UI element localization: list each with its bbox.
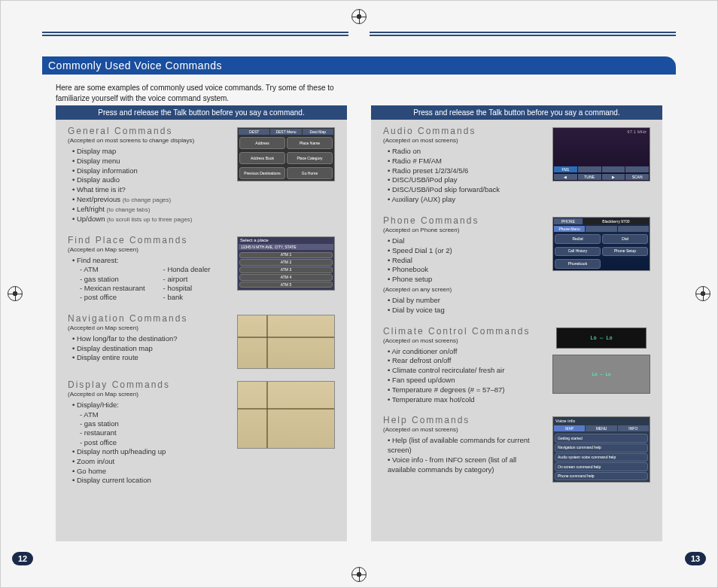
display-title: Display Commands <box>68 379 230 390</box>
climate-thumbnail: Lo — Lo Lo — Lo <box>552 328 650 395</box>
audio-thumbnail: 97.1 MHz FM1 ◀TUNE▶SCAN <box>552 127 650 181</box>
list-item: Display current location <box>72 476 230 486</box>
page-number-right: 13 <box>685 552 706 565</box>
list-item: Help (list of available commands for cur… <box>388 436 545 455</box>
general-title: General Commands <box>68 126 230 136</box>
list-item: DISC/USB/iPod skip forward/back <box>388 185 545 195</box>
talk-instruction: Press and release the Talk button before… <box>371 105 662 120</box>
list-item: Display map <box>72 147 230 157</box>
list-item: Display menu <box>72 157 230 166</box>
section-help: Help Commands (Accepted on most screens)… <box>383 415 650 483</box>
phone-subtitle2: (Accepted on any screen) <box>383 286 545 293</box>
registration-mark-icon <box>351 567 367 582</box>
registration-mark-icon <box>351 9 367 24</box>
list-item: Mexican restaurant <box>80 284 145 293</box>
list-item: DISC/USB/iPod play <box>388 175 545 185</box>
list-item: post office <box>80 438 230 447</box>
find-subtitle: (Accepted on Map screen) <box>68 246 230 253</box>
registration-mark-icon <box>8 286 23 301</box>
section-audio: Audio Commands (Accepted on most screens… <box>383 126 650 205</box>
right-column: Press and release the Talk button before… <box>371 105 662 541</box>
left-column: Press and release the Talk button before… <box>56 105 347 541</box>
list-item: Temperature max hot/cold <box>388 395 545 405</box>
header-rule <box>42 32 676 36</box>
list-item: Display information <box>72 166 230 176</box>
display-subtitle: (Accepted on Map screen) <box>68 391 230 398</box>
list-item: Zoom in/out <box>72 457 230 467</box>
nav-thumbnail <box>237 315 335 369</box>
section-tab: Commonly Used Voice Commands <box>42 56 676 75</box>
list-item: hospital <box>163 284 211 293</box>
intro-text: Here are some examples of commonly used … <box>56 83 357 103</box>
list-item: Up/down (to scroll lists up to three pag… <box>72 215 230 224</box>
general-subtitle: (Accepted on most screens to change disp… <box>68 137 230 144</box>
list-item: Auxiliary (AUX) play <box>388 195 545 205</box>
list-item: restaurant <box>80 428 230 437</box>
list-item: Go home <box>72 467 230 477</box>
list-item: Dial <box>388 236 545 246</box>
help-title: Help Commands <box>383 415 545 425</box>
list-item: Redial <box>388 256 545 266</box>
list-item: Climate control recirculate/ fresh air <box>388 366 545 376</box>
list-item: Honda dealer <box>163 265 211 274</box>
general-items: Display map Display menu Display informa… <box>68 147 230 224</box>
page-number-left: 12 <box>12 552 33 565</box>
nav-title: Navigation Commands <box>68 313 230 324</box>
list-item: Dial by number <box>388 296 545 306</box>
list-item: post office <box>80 293 145 302</box>
list-item: Radio on <box>388 147 545 157</box>
list-item: Display destination map <box>72 344 230 354</box>
nav-subtitle: (Accepted on Map screen) <box>68 324 230 331</box>
find-title: Find Place Commands <box>68 235 230 245</box>
list-item: Phonebook <box>388 265 545 275</box>
list-item: Radio preset 1/2/3/4/5/6 <box>388 166 545 176</box>
section-display: Display Commands (Accepted on Map screen… <box>68 379 335 486</box>
audio-subtitle: (Accepted on most screens) <box>383 137 545 144</box>
find-thumbnail: Select a place 12345 N MTH AVE, CITY, ST… <box>237 236 335 291</box>
list-item: ATM <box>80 410 230 419</box>
help-subtitle: (Accepted on most screens) <box>383 426 545 433</box>
list-item: How long/far to the destination? <box>72 334 230 344</box>
content-columns: Press and release the Talk button before… <box>56 105 662 541</box>
list-item: Display north up/heading up <box>72 447 230 457</box>
list-item: Left/right (to change tabs) <box>72 205 230 215</box>
list-item: Radio # FM/AM <box>388 157 545 166</box>
list-item: Fan speed up/down <box>388 376 545 385</box>
list-item: Speed Dial 1 (or 2) <box>388 246 545 256</box>
list-item: gas station <box>80 275 145 284</box>
section-phone: Phone Commands (Accepted on Phone screen… <box>383 215 650 315</box>
list-item: Display audio <box>72 175 230 185</box>
list-item: Display/Hide: ATM gas station restaurant… <box>72 401 230 447</box>
section-climate: Climate Control Commands (Accepted on mo… <box>383 326 650 405</box>
list-item: ATM <box>80 265 145 274</box>
list-item: Phone setup <box>388 275 545 285</box>
help-thumbnail: Voice info MAPMENUINFO Getting started N… <box>552 416 650 483</box>
list-item: Voice info - from INFO screen (list of a… <box>388 455 545 475</box>
list-item: Next/previous (to change pages) <box>72 195 230 205</box>
general-thumbnail: DESTDEST MenuDest Map AddressPlace Name … <box>237 127 335 181</box>
climate-title: Climate Control Commands <box>383 326 545 337</box>
list-item: Air conditioner on/off <box>388 347 545 357</box>
list-item: airport <box>163 275 211 284</box>
list-item: Display entire route <box>72 353 230 363</box>
section-navigation: Navigation Commands (Accepted on Map scr… <box>68 313 335 369</box>
list-item: gas station <box>80 419 230 428</box>
registration-mark-icon <box>695 286 710 301</box>
list-item: bank <box>163 293 211 302</box>
phone-title: Phone Commands <box>383 215 545 226</box>
talk-instruction: Press and release the Talk button before… <box>56 105 347 120</box>
list-item: Dial by voice tag <box>388 306 545 315</box>
audio-title: Audio Commands <box>383 126 545 136</box>
phone-thumbnail: PHONEBlackberry 9700 Phone Menu RedialDi… <box>552 217 650 271</box>
list-item: Rear defrost on/off <box>388 356 545 366</box>
list-item: What time is it? <box>72 185 230 195</box>
list-item: Find nearest: ATM gas station Mexican re… <box>72 256 230 303</box>
list-item: Temperature # degrees (# = 57–87) <box>388 385 545 395</box>
display-thumbnail <box>237 381 335 449</box>
section-find-place: Find Place Commands (Accepted on Map scr… <box>68 235 335 303</box>
section-general: General Commands (Accepted on most scree… <box>68 126 335 224</box>
phone-subtitle: (Accepted on Phone screen) <box>383 227 545 233</box>
climate-subtitle: (Accepted on most screens) <box>383 337 545 344</box>
